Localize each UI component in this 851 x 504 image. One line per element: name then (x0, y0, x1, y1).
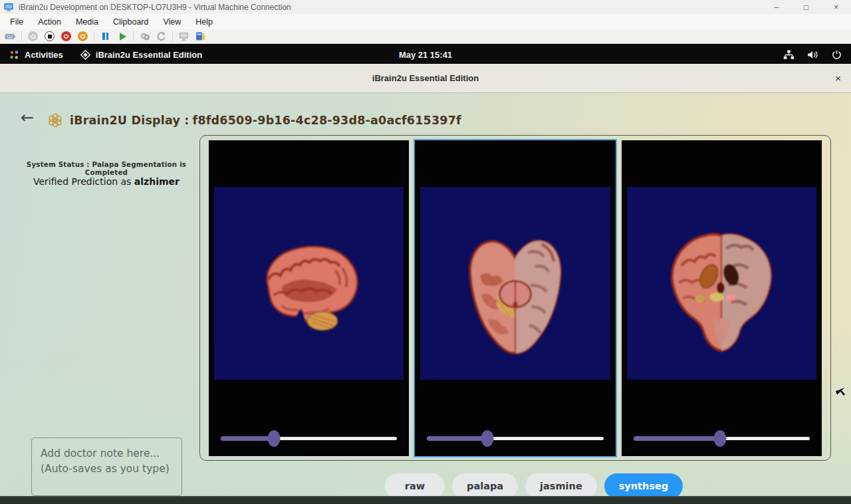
hyperv-app-icon (4, 3, 15, 12)
brain-sagittal-image (243, 231, 375, 342)
mode-button-raw[interactable]: raw (385, 473, 445, 499)
doctor-note-placeholder-line2: (Auto-saves as you type) (41, 461, 176, 477)
resume-button[interactable] (114, 30, 130, 43)
pause-button[interactable] (98, 30, 113, 43)
focused-app-indicator[interactable]: iBrain2u Essential Edition (80, 50, 202, 60)
axial-image-area (420, 187, 610, 380)
desktop-edge-strip (0, 496, 851, 504)
window-titlebar: iBrain2u Development on DESKTOP-LO7U3H9 … (0, 0, 851, 14)
mode-button-row: raw palapa jasmine synthseg (385, 473, 683, 499)
slice-slider[interactable] (634, 430, 810, 447)
enhanced-session-icon (195, 31, 205, 41)
save-state-button[interactable] (75, 30, 90, 43)
clock[interactable]: May 21 15:41 (399, 50, 452, 60)
slider-fill (427, 436, 487, 441)
start-vm-button[interactable] (25, 30, 41, 43)
window-title: iBrain2u Development on DESKTOP-LO7U3H9 … (19, 3, 291, 12)
slice-slider[interactable] (427, 430, 603, 447)
activities-button[interactable]: Activities (9, 50, 63, 60)
monitor-icon (179, 32, 189, 41)
stop-icon (45, 31, 55, 41)
revert-button[interactable] (154, 30, 169, 43)
toolbar-separator (94, 31, 94, 41)
close-button[interactable]: × (821, 0, 851, 14)
menu-clipboard[interactable]: Clipboard (106, 17, 156, 27)
checkpoint-button[interactable] (137, 30, 152, 43)
sagittal-view-panel[interactable] (209, 140, 409, 456)
activities-label: Activities (25, 50, 63, 60)
minimize-button[interactable]: – (761, 0, 791, 14)
slider-thumb[interactable] (267, 430, 280, 447)
back-button[interactable]: ← (21, 108, 34, 127)
menu-view[interactable]: View (156, 17, 188, 27)
doctor-note-input[interactable]: Add doctor note here... (Auto-saves as y… (31, 438, 182, 496)
mode-button-jasmine[interactable]: jasmine (525, 473, 597, 499)
menu-media[interactable]: Media (68, 17, 106, 27)
toolbar-separator (21, 31, 22, 41)
app-content: ← iBrain2U Display :f8fd6509-9b16-4c28-9… (0, 93, 851, 496)
coronal-image-area (627, 187, 816, 380)
basic-session-button[interactable] (176, 30, 191, 43)
app-titlebar: iBrain2u Essential Edition × (0, 64, 851, 93)
checkpoint-icon (140, 32, 150, 41)
sagittal-image-area (214, 187, 404, 380)
mode-button-synthseg[interactable]: synthseg (604, 473, 683, 499)
keyboard-icon (5, 33, 16, 41)
scan-id: f8fd6509-9b16-4c28-93d8-a0acf615397f (193, 114, 461, 127)
menu-file[interactable]: File (3, 17, 31, 27)
doctor-note-placeholder-line1: Add doctor note here... (41, 446, 176, 461)
menu-action[interactable]: Action (31, 17, 68, 27)
brain-axial-image (453, 225, 578, 369)
page-title: iBrain2U Display :f8fd6509-9b16-4c28-93d… (70, 114, 461, 127)
menu-help[interactable]: Help (188, 17, 220, 27)
volume-icon[interactable] (807, 50, 819, 60)
scan-viewer (199, 135, 831, 461)
slider-fill (634, 436, 720, 441)
turn-off-button[interactable] (42, 30, 57, 43)
axial-view-panel[interactable] (415, 140, 615, 456)
ctrl-alt-del-button[interactable] (3, 30, 18, 43)
enhanced-session-button[interactable] (193, 30, 208, 43)
power-icon (78, 31, 88, 41)
app-diamond-icon (80, 50, 90, 60)
prediction-value: alzhimer (134, 176, 180, 187)
power-icon (28, 31, 38, 41)
app-title: iBrain2u Essential Edition (372, 73, 479, 83)
play-icon (120, 33, 126, 41)
vm-display: Activities iBrain2u Essential Edition Ma… (0, 44, 851, 504)
shutdown-button[interactable] (59, 30, 74, 43)
focused-app-label: iBrain2u Essential Edition (96, 50, 202, 60)
slider-thumb[interactable] (481, 430, 493, 447)
brain-coronal-image (653, 220, 790, 357)
revert-arrow-icon (156, 32, 166, 41)
slider-thumb[interactable] (713, 430, 726, 447)
page-title-label: iBrain2U Display : (70, 114, 189, 127)
network-icon[interactable] (783, 50, 794, 60)
app-close-button[interactable]: × (835, 72, 841, 85)
power-icon[interactable] (832, 50, 842, 60)
slice-slider[interactable] (221, 430, 397, 447)
prediction-text: Verified Prediction as alzhimer (19, 176, 194, 187)
mouse-cursor (835, 383, 848, 398)
coronal-view-panel[interactable] (622, 140, 822, 456)
activities-icon (9, 50, 19, 60)
system-status-text: System Status : Palapa Segmentation is C… (19, 160, 194, 176)
vm-connection-window: iBrain2u Development on DESKTOP-LO7U3H9 … (0, 0, 851, 504)
maximize-button[interactable]: □ (791, 0, 821, 14)
gnome-top-bar: Activities iBrain2u Essential Edition Ma… (0, 45, 851, 64)
brand-brain-logo-icon (47, 112, 63, 128)
power-icon (61, 31, 71, 41)
vm-toolbar (0, 29, 851, 44)
slider-fill (221, 436, 274, 441)
mode-button-palapa[interactable]: palapa (452, 473, 518, 499)
toolbar-separator (172, 31, 173, 41)
toolbar-separator (133, 31, 134, 41)
pause-icon (102, 33, 108, 40)
menu-bar: File Action Media Clipboard View Help (0, 14, 851, 29)
